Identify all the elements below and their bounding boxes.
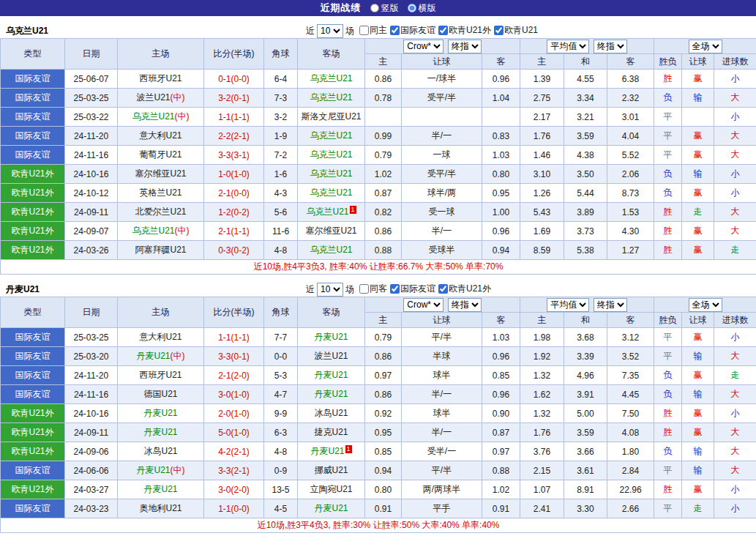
filter-checkbox[interactable]: 同主 <box>359 24 387 37</box>
team-link[interactable]: 丹麦U21 <box>143 408 177 418</box>
team-link[interactable]: 丹麦U21 <box>314 503 348 513</box>
home-team[interactable]: 丹麦U21(中) <box>118 461 204 480</box>
odds-company-select[interactable]: Crow* <box>403 40 444 53</box>
team-link[interactable]: 丹麦U21 <box>143 484 177 494</box>
away-team[interactable]: 丹麦U21 <box>298 499 365 518</box>
team-link[interactable]: 北爱尔兰U21 <box>135 206 186 217</box>
home-team[interactable]: 北爱尔兰U21 <box>118 203 204 222</box>
average-index-select[interactable]: 终指 <box>594 298 627 312</box>
home-team[interactable]: 德国U21 <box>118 385 204 404</box>
fulltime-select[interactable]: 全场 <box>689 40 722 53</box>
checkbox-input[interactable] <box>390 26 400 35</box>
filter-checkbox[interactable]: 国际友谊 <box>390 24 435 37</box>
away-team[interactable]: 丹麦U21 <box>298 385 365 404</box>
checkbox-input[interactable] <box>390 284 400 294</box>
team-link[interactable]: 冰岛U21 <box>314 408 348 418</box>
team-link[interactable]: 乌克兰U21 <box>132 226 174 236</box>
away-team[interactable]: 丹麦U211 <box>298 442 365 461</box>
away-team[interactable]: 立陶宛U21 <box>298 480 365 499</box>
team-link[interactable]: 斯洛文尼亚U21 <box>301 111 361 122</box>
home-team[interactable]: 西班牙U21 <box>118 70 204 89</box>
odds-index-select[interactable]: 终指 <box>448 298 482 312</box>
team-link[interactable]: 波兰U21 <box>314 351 348 361</box>
filter-checkbox[interactable]: 欧青U21外 <box>438 283 491 295</box>
away-team[interactable]: 挪威U21 <box>298 461 365 480</box>
team-link[interactable]: 丹麦U21 <box>314 389 348 399</box>
away-team[interactable]: 乌克兰U21 <box>298 127 365 146</box>
away-team[interactable]: 丹麦U21 <box>298 328 365 347</box>
team-link[interactable]: 意大利U21 <box>139 332 181 342</box>
home-team[interactable]: 阿塞拜疆U21 <box>118 241 204 260</box>
team-link[interactable]: 奥地利U21 <box>139 503 181 513</box>
team-link[interactable]: 乌克兰U21 <box>310 149 352 160</box>
home-team[interactable]: 西班牙U21 <box>118 366 204 385</box>
away-team[interactable]: 丹麦U21 <box>298 366 365 385</box>
home-team[interactable]: 奥地利U21 <box>118 499 204 518</box>
home-team[interactable]: 丹麦U21(中) <box>118 347 204 366</box>
filter-checkbox[interactable]: 同客 <box>359 283 387 295</box>
away-team[interactable]: 乌克兰U21 <box>298 89 365 108</box>
average-select[interactable]: 平均值 <box>547 298 589 312</box>
average-index-select[interactable]: 终指 <box>594 40 627 53</box>
away-team[interactable]: 乌克兰U211 <box>298 203 365 222</box>
team-link[interactable]: 冰岛U21 <box>143 446 177 456</box>
home-team[interactable]: 冰岛U21 <box>118 442 204 461</box>
away-team[interactable]: 乌克兰U21 <box>298 70 365 89</box>
odds-company-select[interactable]: Crow* <box>403 298 444 312</box>
team-link[interactable]: 乌克兰U21 <box>310 245 352 255</box>
horizontal-radio-input[interactable] <box>408 4 416 12</box>
checkbox-input[interactable] <box>494 26 504 35</box>
away-team[interactable]: 乌克兰U21 <box>298 146 365 165</box>
home-team[interactable]: 丹麦U21 <box>118 480 204 499</box>
layout-radio-vertical[interactable]: 竖版 <box>370 2 399 15</box>
away-team[interactable]: 捷克U21 <box>298 423 365 442</box>
vertical-radio-input[interactable] <box>370 4 379 12</box>
team-link[interactable]: 丹麦U21 <box>310 446 344 456</box>
team-link[interactable]: 西班牙U21 <box>139 73 181 83</box>
home-team[interactable]: 乌克兰U21(中) <box>118 108 204 127</box>
team-link[interactable]: 丹麦U21 <box>314 370 348 380</box>
team-link[interactable]: 挪威U21 <box>314 465 348 475</box>
fulltime-select[interactable]: 全场 <box>689 298 722 312</box>
team-link[interactable]: 乌克兰U21 <box>310 73 352 83</box>
layout-radio-horizontal[interactable]: 横版 <box>408 2 436 15</box>
match-count-select[interactable]: 10 <box>317 24 343 38</box>
team-link[interactable]: 乌克兰U21 <box>132 111 174 122</box>
team-link[interactable]: 丹麦U21 <box>136 465 170 475</box>
home-team[interactable]: 波兰U21(中) <box>118 89 204 108</box>
team-link[interactable]: 意大利U21 <box>139 130 181 141</box>
home-team[interactable]: 塞尔维亚U21 <box>118 165 204 184</box>
team-link[interactable]: 丹麦U21 <box>143 427 177 437</box>
team-link[interactable]: 乌克兰U21 <box>310 187 352 198</box>
team-link[interactable]: 乌克兰U21 <box>310 168 352 179</box>
home-team[interactable]: 意大利U21 <box>118 127 204 146</box>
team-link[interactable]: 丹麦U21 <box>314 332 348 342</box>
filter-checkbox[interactable]: 国际友谊 <box>390 283 435 295</box>
checkbox-input[interactable] <box>359 26 369 35</box>
home-team[interactable]: 英格兰U21 <box>118 184 204 203</box>
checkbox-input[interactable] <box>438 26 448 35</box>
away-team[interactable]: 波兰U21 <box>298 347 365 366</box>
average-select[interactable]: 平均值 <box>547 40 589 53</box>
team-link[interactable]: 乌克兰U21 <box>310 92 352 103</box>
home-team[interactable]: 丹麦U21 <box>118 404 204 423</box>
odds-index-select[interactable]: 终指 <box>448 40 482 53</box>
home-team[interactable]: 葡萄牙U21 <box>118 146 204 165</box>
checkbox-input[interactable] <box>438 284 448 294</box>
home-team[interactable]: 意大利U21 <box>118 328 204 347</box>
team-link[interactable]: 西班牙U21 <box>139 370 181 380</box>
team-link[interactable]: 乌克兰U21 <box>310 130 352 141</box>
home-team[interactable]: 丹麦U21 <box>118 423 204 442</box>
home-team[interactable]: 乌克兰U21(中) <box>118 222 204 241</box>
away-team[interactable]: 乌克兰U21 <box>298 241 365 260</box>
team-link[interactable]: 德国U21 <box>143 389 177 399</box>
team-link[interactable]: 立陶宛U21 <box>310 484 352 494</box>
filter-checkbox[interactable]: 欧青U21外 <box>438 24 491 37</box>
team-link[interactable]: 葡萄牙U21 <box>139 149 181 160</box>
away-team[interactable]: 乌克兰U21 <box>298 184 365 203</box>
team-link[interactable]: 塞尔维亚U21 <box>135 168 186 179</box>
team-link[interactable]: 波兰U21 <box>136 92 170 103</box>
match-count-select[interactable]: 10 <box>317 283 343 297</box>
team-link[interactable]: 捷克U21 <box>314 427 348 437</box>
away-team[interactable]: 乌克兰U21 <box>298 165 365 184</box>
